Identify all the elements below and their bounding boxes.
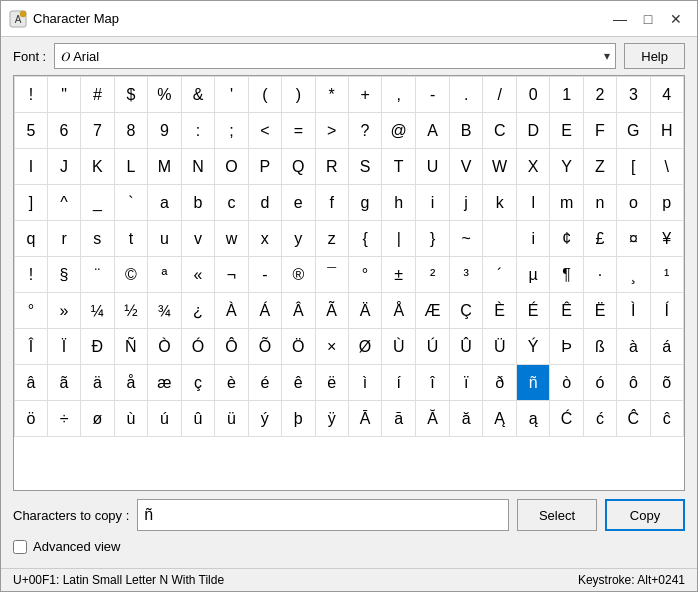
char-cell[interactable]: 4: [650, 77, 683, 113]
char-cell[interactable]: ¤: [617, 221, 650, 257]
char-cell[interactable]: #: [81, 77, 115, 113]
char-cell[interactable]: £: [583, 221, 616, 257]
char-cell[interactable]: Ú: [416, 329, 450, 365]
char-cell[interactable]: T: [382, 149, 416, 185]
char-cell[interactable]: ª: [148, 257, 182, 293]
char-cell[interactable]: 7: [81, 113, 115, 149]
char-cell[interactable]: 1: [550, 77, 584, 113]
char-cell[interactable]: É: [517, 293, 550, 329]
char-cell[interactable]: ¾: [148, 293, 182, 329]
chars-to-copy-input[interactable]: [137, 499, 509, 531]
char-cell[interactable]: ñ: [517, 365, 550, 401]
char-cell[interactable]: Ā: [348, 401, 381, 437]
char-cell[interactable]: x: [248, 221, 281, 257]
char-cell[interactable]: f: [315, 185, 348, 221]
char-cell[interactable]: \: [650, 149, 683, 185]
char-cell[interactable]: ¹: [650, 257, 683, 293]
char-cell[interactable]: À: [215, 293, 248, 329]
char-cell[interactable]: Ä: [348, 293, 381, 329]
char-cell[interactable]: ā: [382, 401, 416, 437]
char-cell[interactable]: Õ: [248, 329, 281, 365]
char-cell[interactable]: Ą: [483, 401, 517, 437]
char-cell[interactable]: 2: [583, 77, 616, 113]
char-cell[interactable]: °: [15, 293, 48, 329]
char-cell[interactable]: s: [81, 221, 115, 257]
char-cell[interactable]: X: [517, 149, 550, 185]
char-cell[interactable]: q: [15, 221, 48, 257]
advanced-view-checkbox[interactable]: [13, 540, 27, 554]
help-button[interactable]: Help: [624, 43, 685, 69]
char-cell[interactable]: è: [215, 365, 248, 401]
char-cell[interactable]: Æ: [416, 293, 450, 329]
char-cell[interactable]: é: [248, 365, 281, 401]
char-cell[interactable]: Þ: [550, 329, 584, 365]
char-cell[interactable]: c: [215, 185, 248, 221]
char-cell[interactable]: :: [181, 113, 214, 149]
char-cell[interactable]: V: [449, 149, 482, 185]
char-cell[interactable]: ÿ: [315, 401, 348, 437]
char-cell[interactable]: Ó: [181, 329, 214, 365]
char-cell[interactable]: â: [15, 365, 48, 401]
char-cell[interactable]: Î: [15, 329, 48, 365]
copy-button[interactable]: Copy: [605, 499, 685, 531]
char-cell[interactable]: Q: [282, 149, 315, 185]
char-cell[interactable]: `: [114, 185, 148, 221]
char-cell[interactable]: w: [215, 221, 248, 257]
char-cell[interactable]: ®: [282, 257, 315, 293]
char-cell[interactable]: ¯: [315, 257, 348, 293]
char-cell[interactable]: ²: [416, 257, 450, 293]
char-cell[interactable]: ý: [248, 401, 281, 437]
char-cell[interactable]: Ć: [550, 401, 584, 437]
char-cell[interactable]: t: [114, 221, 148, 257]
char-cell[interactable]: y: [282, 221, 315, 257]
char-cell[interactable]: G: [617, 113, 650, 149]
char-cell[interactable]: ó: [583, 365, 616, 401]
char-cell[interactable]: v: [181, 221, 214, 257]
char-cell[interactable]: Å: [382, 293, 416, 329]
char-cell[interactable]: Ï: [48, 329, 81, 365]
char-cell[interactable]: à: [617, 329, 650, 365]
char-cell[interactable]: µ: [517, 257, 550, 293]
char-cell[interactable]: Ã: [315, 293, 348, 329]
char-cell[interactable]: ;: [215, 113, 248, 149]
char-cell[interactable]: ]: [15, 185, 48, 221]
char-cell[interactable]: á: [650, 329, 683, 365]
char-cell[interactable]: A: [416, 113, 450, 149]
char-cell[interactable]: ç: [181, 365, 214, 401]
char-cell[interactable]: ×: [315, 329, 348, 365]
char-cell[interactable]: ½: [114, 293, 148, 329]
char-cell[interactable]: ą: [517, 401, 550, 437]
select-button[interactable]: Select: [517, 499, 597, 531]
char-cell[interactable]: Ë: [583, 293, 616, 329]
char-cell[interactable]: $: [114, 77, 148, 113]
maximize-button[interactable]: □: [635, 6, 661, 32]
char-cell[interactable]: ß: [583, 329, 616, 365]
char-cell[interactable]: ö: [15, 401, 48, 437]
char-cell[interactable]: ¿: [181, 293, 214, 329]
char-cell[interactable]: ø: [81, 401, 115, 437]
char-cell[interactable]: æ: [148, 365, 182, 401]
char-cell[interactable]: Ê: [550, 293, 584, 329]
char-cell[interactable]: i: [517, 221, 550, 257]
char-cell[interactable]: ã: [48, 365, 81, 401]
char-cell[interactable]: ć: [583, 401, 616, 437]
char-cell[interactable]: [: [617, 149, 650, 185]
char-cell[interactable]: d: [248, 185, 281, 221]
char-cell[interactable]: Í: [650, 293, 683, 329]
char-cell[interactable]: >: [315, 113, 348, 149]
char-cell[interactable]: S: [348, 149, 381, 185]
char-cell[interactable]: z: [315, 221, 348, 257]
char-cell[interactable]: !: [15, 257, 48, 293]
char-cell[interactable]: 9: [148, 113, 182, 149]
char-cell[interactable]: J: [48, 149, 81, 185]
char-cell[interactable]: K: [81, 149, 115, 185]
char-cell[interactable]: Á: [248, 293, 281, 329]
char-cell[interactable]: n: [583, 185, 616, 221]
char-cell[interactable]: Û: [449, 329, 482, 365]
char-cell[interactable]: _: [81, 185, 115, 221]
char-cell[interactable]: 6: [48, 113, 81, 149]
char-cell[interactable]: l: [517, 185, 550, 221]
char-cell[interactable]: O: [215, 149, 248, 185]
advanced-view-label[interactable]: Advanced view: [33, 539, 120, 554]
char-cell[interactable]: I: [15, 149, 48, 185]
